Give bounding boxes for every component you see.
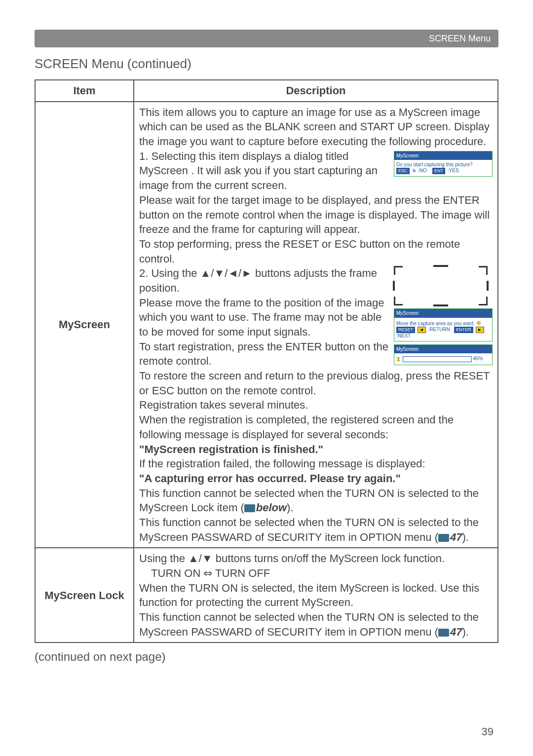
page-number: 39 [482, 725, 494, 738]
step1b: Please wait for the target image to be d… [139, 194, 490, 235]
msg-ok: "MyScreen registration is finished." [139, 443, 323, 455]
book-icon [438, 534, 449, 542]
note2c: ). [462, 531, 468, 543]
enter-chip: ENTER [454, 327, 473, 333]
msg-err: "A capturing error has occurred. Please … [139, 472, 401, 485]
reg1: Registration takes several minutes. [139, 399, 308, 411]
no-label: :NO [418, 168, 427, 173]
dialog2-title: MyScreen [394, 309, 492, 318]
hourglass-icon: ⧗ [396, 355, 401, 362]
section-title: SCREEN Menu (continued) [35, 56, 498, 72]
header-bar: SCREEN Menu [35, 30, 498, 47]
col-item: Item [35, 80, 134, 102]
next-dir-icon: ► [476, 327, 484, 333]
lock-note-a: This function cannot be selected when th… [139, 611, 479, 638]
step2d: To restore the screen and return to the … [139, 370, 490, 397]
crop-and-dialogs: MyScreen Move the capture area as you wa… [394, 266, 493, 367]
ent-chip: ENT [432, 168, 445, 174]
esc-chip: ESC [396, 168, 410, 174]
step2c: To start registration, press the ENTER b… [139, 340, 388, 368]
col-desc: Description [134, 80, 498, 102]
note1c: ). [287, 501, 293, 514]
lock-note-c: ). [462, 626, 468, 638]
lock-note-b: 47 [450, 626, 462, 638]
breadcrumb: SCREEN Menu [429, 34, 491, 44]
row-myscreen-lock-desc: Using the ▲/▼ buttons turns on/off the M… [134, 548, 498, 643]
lock-line2: TURN ON ⇔ TURN OFF [151, 567, 270, 579]
step2b: Please move the frame to the position of… [139, 297, 384, 338]
intro-text: This item allows you to capture an image… [139, 106, 490, 148]
dialog2-body: Move the capture area as you want. [396, 321, 475, 326]
step2a: 2. Using the ▲/▼/◄/► buttons adjusts the… [139, 267, 377, 294]
note2b: 47 [450, 531, 462, 543]
lock-line1: Using the ▲/▼ buttons turns on/off the M… [139, 552, 445, 565]
dialog1-body: Do you start capturing this picture? [396, 162, 473, 167]
note1a: This function cannot be selected when th… [139, 487, 479, 514]
continued-note: (continued on next page) [35, 650, 498, 664]
yes-label: :YES [448, 168, 459, 173]
reg3: If the registration failed, the followin… [139, 457, 425, 470]
progress-bar [403, 356, 472, 362]
return-label: :RETURN [428, 327, 450, 332]
progress-pct: 45% [473, 356, 483, 361]
row-myscreen-item: MyScreen [35, 102, 134, 548]
dialog-capture-confirm: MyScreen Do you start capturing this pic… [394, 149, 493, 179]
next-label: :NEXT [396, 333, 411, 339]
lock-line3: When the TURN ON is selected, the item M… [139, 582, 479, 609]
book-icon [438, 629, 449, 637]
move-arrows-icon: ✥ [476, 320, 481, 327]
step1a: 1. Selecting this item displays a dialog… [139, 150, 378, 191]
note2a: This function cannot be selected when th… [139, 516, 479, 543]
book-icon [244, 504, 255, 512]
row-myscreen-desc: This item allows you to capture an image… [134, 102, 498, 548]
reset-chip: RESET [396, 327, 415, 333]
note1b: below [256, 501, 287, 514]
dialog1-title: MyScreen [394, 151, 492, 160]
crop-frame [394, 266, 488, 305]
mouse-icon: 🖱 [412, 168, 417, 173]
reg2: When the registration is completed, the … [139, 414, 454, 441]
step1c: To stop performing, press the RESET or E… [139, 238, 460, 265]
return-dir-icon: ◄ [418, 327, 426, 333]
dialog3-title: MyScreen [394, 345, 492, 354]
screen-menu-table: Item Description MyScreen This item allo… [35, 79, 498, 643]
row-myscreen-lock-item: MyScreen Lock [35, 548, 134, 643]
